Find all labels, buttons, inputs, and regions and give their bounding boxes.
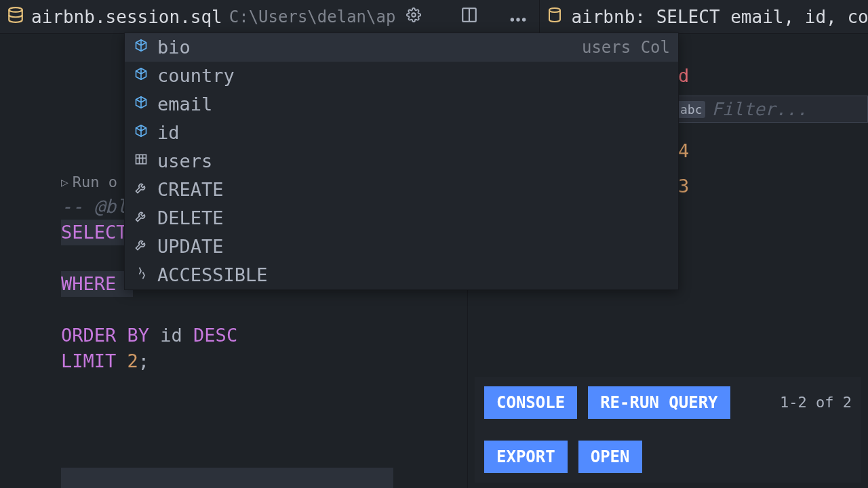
autocomplete-label: DELETE — [157, 205, 224, 231]
autocomplete-item-accessible[interactable]: ACCESSIBLE — [125, 261, 678, 289]
results-tab-title: airbnb: SELECT email, id, country FROM U… — [571, 7, 868, 27]
play-icon: ▷ — [61, 175, 68, 189]
autocomplete-item-users[interactable]: users — [125, 147, 678, 176]
action-bar: CONSOLE RE-RUN QUERY 1-2 of 2 EXPORT OPE… — [475, 377, 861, 483]
more-icon[interactable] — [504, 7, 532, 26]
autocomplete-label: users — [157, 148, 212, 174]
code-line-blank2 — [61, 297, 467, 323]
svg-point-4 — [511, 18, 514, 21]
filter-row: abc — [671, 96, 868, 123]
database-icon — [7, 5, 24, 28]
open-button[interactable]: OPEN — [578, 441, 642, 473]
svg-point-0 — [9, 7, 22, 12]
field-icon — [133, 35, 149, 60]
autocomplete-popup[interactable]: biousers ColcountryemailidusersCREATEDEL… — [124, 33, 679, 290]
svg-point-1 — [412, 13, 416, 17]
autocomplete-item-update[interactable]: UPDATE — [125, 232, 678, 261]
code-line-limit: LIMIT 2; — [61, 348, 467, 374]
autocomplete-label: UPDATE — [157, 234, 224, 260]
title-bar: airbnb.session.sql C:\Users\delan\ap air… — [0, 0, 868, 34]
code-line-orderby: ORDER BY id DESC — [61, 323, 467, 348]
field-icon — [133, 63, 149, 89]
result-cell[interactable]: 3 — [678, 169, 868, 204]
wrench-icon — [133, 234, 149, 260]
code-line-select: SELECT — [61, 220, 133, 245]
pagination-info: 1-2 of 2 — [780, 393, 852, 413]
autocomplete-item-create[interactable]: CREATE — [125, 176, 678, 204]
autocomplete-label: CREATE — [157, 177, 224, 203]
split-editor-icon[interactable] — [455, 6, 484, 28]
autocomplete-item-country[interactable]: country — [125, 62, 678, 90]
svg-rect-8 — [136, 155, 146, 163]
svg-point-7 — [549, 8, 560, 12]
svg-point-5 — [517, 18, 520, 21]
autocomplete-label: email — [157, 92, 212, 117]
connector-icon — [133, 262, 149, 288]
table-icon — [133, 148, 149, 174]
wrench-icon — [133, 177, 149, 203]
autocomplete-label: country — [157, 63, 235, 89]
autocomplete-label: bio — [157, 35, 191, 60]
field-icon — [133, 92, 149, 117]
autocomplete-label: id — [157, 120, 180, 146]
results-tab[interactable]: airbnb: SELECT email, id, country FROM U… — [539, 0, 868, 33]
abc-type-icon: abc — [677, 101, 705, 118]
export-button[interactable]: EXPORT — [484, 441, 568, 473]
codelens-label: Run o — [73, 174, 117, 190]
rerun-button[interactable]: RE-RUN QUERY — [588, 386, 730, 419]
autocomplete-item-bio[interactable]: biousers Col — [125, 33, 678, 62]
tab-filename: airbnb.session.sql — [31, 7, 222, 27]
code-line-where: WHERE — [61, 271, 133, 297]
filter-input[interactable] — [712, 99, 848, 119]
autocomplete-item-email[interactable]: email — [125, 90, 678, 119]
svg-point-6 — [522, 18, 526, 21]
editor-tab[interactable]: airbnb.session.sql C:\Users\delan\ap — [0, 0, 539, 33]
console-button[interactable]: CONSOLE — [484, 386, 577, 419]
autocomplete-label: ACCESSIBLE — [157, 262, 268, 288]
field-icon — [133, 120, 149, 146]
tab-path: C:\Users\delan\ap — [229, 7, 396, 26]
wrench-icon — [133, 205, 149, 231]
autocomplete-item-delete[interactable]: DELETE — [125, 204, 678, 232]
gear-icon[interactable] — [406, 7, 421, 26]
cylinder-icon — [547, 5, 563, 28]
result-cell[interactable]: 4 — [678, 134, 868, 169]
autocomplete-item-id[interactable]: id — [125, 119, 678, 147]
autocomplete-detail: users Col — [582, 35, 670, 60]
editor-status-strip — [61, 468, 393, 488]
